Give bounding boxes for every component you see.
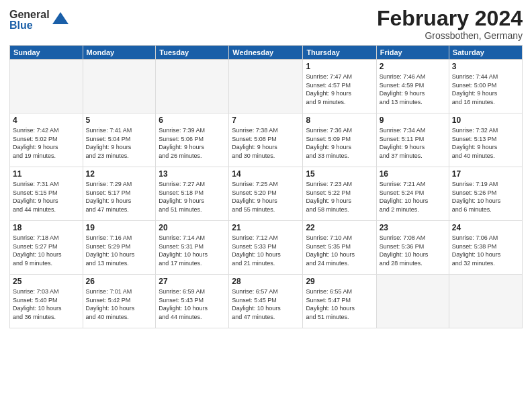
day-number: 12 [86, 169, 153, 179]
day-info: Sunrise: 6:59 AM Sunset: 5:43 PM Dayligh… [159, 287, 226, 321]
table-row [376, 275, 449, 328]
table-row: 6Sunrise: 7:39 AM Sunset: 5:06 PM Daylig… [156, 113, 229, 167]
day-info: Sunrise: 7:19 AM Sunset: 5:26 PM Dayligh… [452, 180, 519, 214]
logo-icon [51, 11, 70, 30]
calendar-header-row: Sunday Monday Tuesday Wednesday Thursday… [10, 46, 523, 60]
table-row [449, 275, 522, 328]
location: Grossbothen, Germany [377, 30, 523, 41]
day-info: Sunrise: 7:27 AM Sunset: 5:18 PM Dayligh… [159, 180, 226, 214]
table-row [229, 60, 303, 113]
day-number: 20 [159, 223, 226, 232]
col-saturday: Saturday [449, 46, 522, 60]
day-info: Sunrise: 7:32 AM Sunset: 5:13 PM Dayligh… [452, 126, 519, 160]
day-info: Sunrise: 7:44 AM Sunset: 5:00 PM Dayligh… [452, 73, 519, 106]
day-info: Sunrise: 7:47 AM Sunset: 4:57 PM Dayligh… [306, 73, 373, 106]
day-number: 8 [306, 116, 373, 125]
table-row: 22Sunrise: 7:10 AM Sunset: 5:35 PM Dayli… [303, 221, 376, 275]
day-number: 19 [86, 223, 153, 232]
month-title: February 2024 [377, 7, 523, 30]
day-number: 17 [452, 169, 519, 179]
day-info: Sunrise: 7:06 AM Sunset: 5:38 PM Dayligh… [452, 234, 519, 267]
day-number: 7 [232, 116, 300, 125]
col-friday: Friday [376, 46, 449, 60]
day-number: 22 [306, 223, 373, 232]
col-monday: Monday [83, 46, 156, 60]
table-row: 20Sunrise: 7:14 AM Sunset: 5:31 PM Dayli… [156, 221, 229, 275]
day-number: 14 [232, 169, 300, 179]
day-number: 18 [13, 223, 80, 232]
day-info: Sunrise: 7:25 AM Sunset: 5:20 PM Dayligh… [232, 180, 300, 214]
table-row: 26Sunrise: 7:01 AM Sunset: 5:42 PM Dayli… [83, 275, 156, 328]
table-row: 29Sunrise: 6:55 AM Sunset: 5:47 PM Dayli… [303, 275, 376, 328]
table-row: 23Sunrise: 7:08 AM Sunset: 5:36 PM Dayli… [376, 221, 449, 275]
table-row: 12Sunrise: 7:29 AM Sunset: 5:17 PM Dayli… [83, 167, 156, 221]
day-info: Sunrise: 7:21 AM Sunset: 5:24 PM Dayligh… [380, 180, 446, 214]
table-row: 10Sunrise: 7:32 AM Sunset: 5:13 PM Dayli… [449, 113, 522, 167]
day-info: Sunrise: 7:41 AM Sunset: 5:04 PM Dayligh… [86, 126, 153, 160]
header: General Blue February 2024 Grossbothen, … [9, 7, 523, 41]
col-sunday: Sunday [10, 46, 83, 60]
table-row: 14Sunrise: 7:25 AM Sunset: 5:20 PM Dayli… [229, 167, 303, 221]
day-info: Sunrise: 7:12 AM Sunset: 5:33 PM Dayligh… [232, 234, 300, 267]
day-number: 6 [159, 116, 226, 125]
table-row: 16Sunrise: 7:21 AM Sunset: 5:24 PM Dayli… [376, 167, 449, 221]
svg-marker-0 [52, 12, 69, 24]
day-info: Sunrise: 7:08 AM Sunset: 5:36 PM Dayligh… [380, 234, 446, 267]
page: General Blue February 2024 Grossbothen, … [0, 0, 532, 411]
day-info: Sunrise: 7:42 AM Sunset: 5:02 PM Dayligh… [13, 126, 80, 160]
day-number: 4 [13, 116, 80, 125]
day-number: 21 [232, 223, 300, 232]
day-info: Sunrise: 7:39 AM Sunset: 5:06 PM Dayligh… [159, 126, 226, 160]
table-row: 24Sunrise: 7:06 AM Sunset: 5:38 PM Dayli… [449, 221, 522, 275]
day-number: 23 [380, 223, 446, 232]
day-number: 25 [13, 277, 80, 286]
day-number: 2 [380, 62, 446, 71]
day-number: 15 [306, 169, 373, 179]
title-block: February 2024 Grossbothen, Germany [377, 7, 523, 41]
table-row: 7Sunrise: 7:38 AM Sunset: 5:08 PM Daylig… [229, 113, 303, 167]
day-number: 28 [232, 277, 300, 286]
table-row: 28Sunrise: 6:57 AM Sunset: 5:45 PM Dayli… [229, 275, 303, 328]
day-info: Sunrise: 7:10 AM Sunset: 5:35 PM Dayligh… [306, 234, 373, 267]
logo-blue: Blue [9, 20, 50, 31]
table-row: 5Sunrise: 7:41 AM Sunset: 5:04 PM Daylig… [83, 113, 156, 167]
table-row: 18Sunrise: 7:18 AM Sunset: 5:27 PM Dayli… [10, 221, 83, 275]
table-row: 4Sunrise: 7:42 AM Sunset: 5:02 PM Daylig… [10, 113, 83, 167]
day-info: Sunrise: 7:34 AM Sunset: 5:11 PM Dayligh… [380, 126, 446, 160]
day-number: 16 [380, 169, 446, 179]
table-row: 19Sunrise: 7:16 AM Sunset: 5:29 PM Dayli… [83, 221, 156, 275]
calendar-week-row: 4Sunrise: 7:42 AM Sunset: 5:02 PM Daylig… [10, 113, 523, 167]
calendar-week-row: 18Sunrise: 7:18 AM Sunset: 5:27 PM Dayli… [10, 221, 523, 275]
day-number: 3 [452, 62, 519, 71]
day-info: Sunrise: 7:01 AM Sunset: 5:42 PM Dayligh… [86, 287, 153, 321]
day-info: Sunrise: 7:18 AM Sunset: 5:27 PM Dayligh… [13, 234, 80, 267]
table-row: 8Sunrise: 7:36 AM Sunset: 5:09 PM Daylig… [303, 113, 376, 167]
table-row [83, 60, 156, 113]
table-row: 27Sunrise: 6:59 AM Sunset: 5:43 PM Dayli… [156, 275, 229, 328]
day-number: 10 [452, 116, 519, 125]
day-number: 29 [306, 277, 373, 286]
table-row: 2Sunrise: 7:46 AM Sunset: 4:59 PM Daylig… [376, 60, 449, 113]
day-info: Sunrise: 7:29 AM Sunset: 5:17 PM Dayligh… [86, 180, 153, 214]
col-wednesday: Wednesday [229, 46, 303, 60]
day-number: 1 [306, 62, 373, 71]
table-row [156, 60, 229, 113]
table-row [10, 60, 83, 113]
table-row: 15Sunrise: 7:23 AM Sunset: 5:22 PM Dayli… [303, 167, 376, 221]
table-row: 17Sunrise: 7:19 AM Sunset: 5:26 PM Dayli… [449, 167, 522, 221]
calendar-week-row: 11Sunrise: 7:31 AM Sunset: 5:15 PM Dayli… [10, 167, 523, 221]
day-info: Sunrise: 7:38 AM Sunset: 5:08 PM Dayligh… [232, 126, 300, 160]
table-row: 21Sunrise: 7:12 AM Sunset: 5:33 PM Dayli… [229, 221, 303, 275]
day-info: Sunrise: 7:03 AM Sunset: 5:40 PM Dayligh… [13, 287, 80, 321]
day-info: Sunrise: 6:55 AM Sunset: 5:47 PM Dayligh… [306, 287, 373, 321]
day-number: 9 [380, 116, 446, 125]
table-row: 13Sunrise: 7:27 AM Sunset: 5:18 PM Dayli… [156, 167, 229, 221]
day-number: 26 [86, 277, 153, 286]
day-info: Sunrise: 7:16 AM Sunset: 5:29 PM Dayligh… [86, 234, 153, 267]
table-row: 3Sunrise: 7:44 AM Sunset: 5:00 PM Daylig… [449, 60, 522, 113]
day-info: Sunrise: 7:36 AM Sunset: 5:09 PM Dayligh… [306, 126, 373, 160]
day-number: 5 [86, 116, 153, 125]
table-row: 9Sunrise: 7:34 AM Sunset: 5:11 PM Daylig… [376, 113, 449, 167]
table-row: 1Sunrise: 7:47 AM Sunset: 4:57 PM Daylig… [303, 60, 376, 113]
table-row: 25Sunrise: 7:03 AM Sunset: 5:40 PM Dayli… [10, 275, 83, 328]
